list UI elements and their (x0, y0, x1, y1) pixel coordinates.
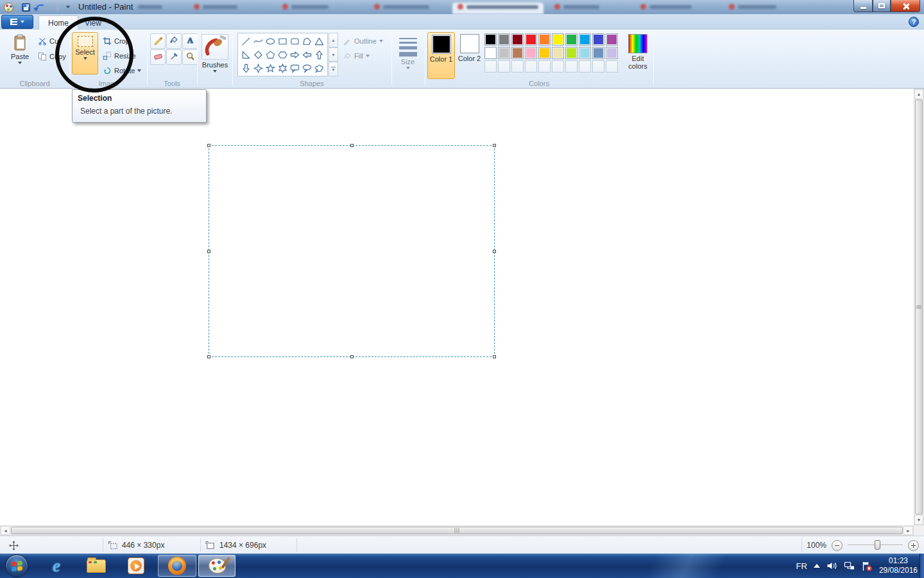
shape-rectangle[interactable] (277, 35, 289, 48)
shape-ellipse[interactable] (264, 35, 277, 48)
shapes-scroll-down-button[interactable]: ▼ (329, 48, 338, 62)
size-button[interactable]: Size (393, 32, 423, 77)
taskbar-firefox[interactable] (158, 555, 196, 577)
shape-hexagon[interactable] (277, 48, 289, 62)
zoom-in-button[interactable] (908, 540, 919, 551)
resize-button[interactable]: Resize (101, 49, 138, 62)
color-swatch-7092BE[interactable] (592, 47, 604, 59)
shape-polygon[interactable] (301, 35, 313, 48)
magnifier-tool-button[interactable] (182, 49, 198, 65)
fill-button[interactable]: Fill (341, 49, 372, 62)
color-swatch-B5E61D[interactable] (565, 47, 578, 59)
empty-color-slot[interactable] (511, 60, 524, 73)
shape-triangle[interactable] (313, 35, 325, 48)
selection-handle-sw[interactable] (207, 355, 210, 358)
scroll-up-button[interactable]: ▲ (914, 89, 923, 99)
paste-button[interactable]: Paste (5, 32, 35, 74)
color-swatch-EFE4B0[interactable] (552, 47, 564, 59)
shape-callout-cloud[interactable] (313, 62, 325, 75)
edit-colors-button[interactable]: Edit colors (624, 32, 652, 79)
color-swatch-C8BFE7[interactable] (606, 47, 618, 59)
redo-button[interactable] (48, 2, 60, 12)
color-swatch-FFC90E[interactable] (538, 47, 551, 59)
scroll-left-button[interactable]: ◄ (1, 526, 10, 535)
vertical-scrollbar[interactable]: ▲ ▼ (914, 89, 924, 525)
selection-handle-w[interactable] (207, 250, 210, 253)
shape-rounded-rectangle[interactable] (289, 35, 301, 48)
color-swatch-22B14C[interactable] (565, 33, 578, 46)
shape-arrow-up[interactable] (313, 48, 325, 62)
language-indicator[interactable]: FR (796, 561, 807, 571)
empty-color-slot[interactable] (552, 60, 564, 73)
shape-curve[interactable] (252, 35, 264, 48)
empty-color-slot[interactable] (592, 60, 604, 73)
hidden-icons-button[interactable] (814, 564, 820, 568)
color2-button[interactable]: Color 2 (456, 32, 483, 79)
empty-color-slot[interactable] (579, 60, 591, 73)
action-center-flag-icon[interactable] (861, 561, 873, 572)
selection-handle-e[interactable] (493, 250, 496, 253)
shapes-scroll-up-button[interactable]: ▲ (329, 33, 338, 48)
minimize-button[interactable] (853, 0, 873, 12)
selection-handle-nw[interactable] (207, 144, 210, 147)
color1-button[interactable]: Color 1 (427, 32, 455, 79)
scroll-right-button[interactable]: ► (903, 526, 913, 535)
color-picker-tool-button[interactable] (166, 49, 182, 65)
customize-toolbar-dropdown[interactable] (62, 2, 74, 12)
clock[interactable]: 01:23 29/08/2016 (879, 556, 918, 575)
color-swatch-3F48CC[interactable] (592, 33, 604, 46)
color-swatch-7F7F7F[interactable] (498, 33, 510, 46)
shape-star-6[interactable] (277, 62, 289, 75)
color-swatch-880015[interactable] (511, 33, 524, 46)
zoom-slider[interactable] (848, 540, 903, 550)
close-button[interactable] (891, 0, 920, 12)
select-button[interactable]: Select (72, 32, 98, 74)
empty-color-slot[interactable] (606, 60, 618, 73)
empty-color-slot[interactable] (565, 60, 578, 73)
shapes-more-button[interactable]: ▼ (329, 62, 338, 76)
shape-line[interactable] (240, 35, 252, 48)
color-swatch-00A2E8[interactable] (579, 33, 591, 46)
zoom-slider-thumb[interactable] (875, 540, 880, 550)
pencil-tool-button[interactable] (150, 33, 166, 49)
shape-arrow-right[interactable] (289, 48, 301, 62)
rotate-button[interactable]: Rotate (101, 64, 143, 77)
color-swatch-A349A4[interactable] (606, 33, 618, 46)
color-swatch-FFFFFF[interactable] (484, 47, 497, 59)
empty-color-slot[interactable] (484, 60, 497, 73)
horizontal-scroll-thumb[interactable] (11, 527, 903, 534)
eraser-tool-button[interactable] (150, 49, 166, 65)
paint-menu-button[interactable] (1, 15, 33, 29)
drawing-canvas[interactable] (0, 89, 914, 525)
shape-callout-rounded[interactable] (289, 62, 301, 75)
start-button[interactable] (5, 554, 28, 577)
save-button[interactable] (20, 2, 31, 12)
empty-color-slot[interactable] (525, 60, 537, 73)
shape-right-triangle[interactable] (240, 48, 252, 62)
selection-handle-ne[interactable] (493, 144, 496, 147)
shape-callout-oval[interactable] (301, 62, 313, 75)
color-swatch-C3C3C3[interactable] (498, 47, 510, 59)
undo-button[interactable] (34, 2, 46, 12)
maximize-button[interactable] (873, 0, 891, 12)
network-icon[interactable] (844, 561, 855, 571)
brushes-button[interactable]: Brushes (200, 32, 230, 77)
empty-color-slot[interactable] (538, 60, 551, 73)
horizontal-scrollbar[interactable]: ◄ ► (0, 525, 914, 536)
copy-button[interactable]: Copy (36, 50, 68, 63)
color-swatch-ED1C24[interactable] (525, 33, 537, 46)
tab-home[interactable]: Home (38, 15, 78, 30)
outline-button[interactable]: Outline (341, 35, 385, 48)
selection-handle-se[interactable] (493, 355, 496, 358)
cut-button[interactable]: Cut (36, 35, 62, 48)
help-icon[interactable]: ? (909, 17, 919, 27)
scroll-down-button[interactable]: ▼ (914, 515, 923, 525)
shape-arrow-down[interactable] (240, 62, 252, 75)
taskbar-windows-explorer[interactable] (78, 555, 114, 577)
empty-color-slot[interactable] (498, 60, 510, 73)
selection-handle-n[interactable] (350, 144, 354, 147)
crop-button[interactable]: Crop (101, 35, 132, 48)
tab-view[interactable]: View (76, 15, 110, 30)
color-swatch-99D9EA[interactable] (579, 47, 591, 59)
shape-pentagon[interactable] (264, 48, 277, 62)
